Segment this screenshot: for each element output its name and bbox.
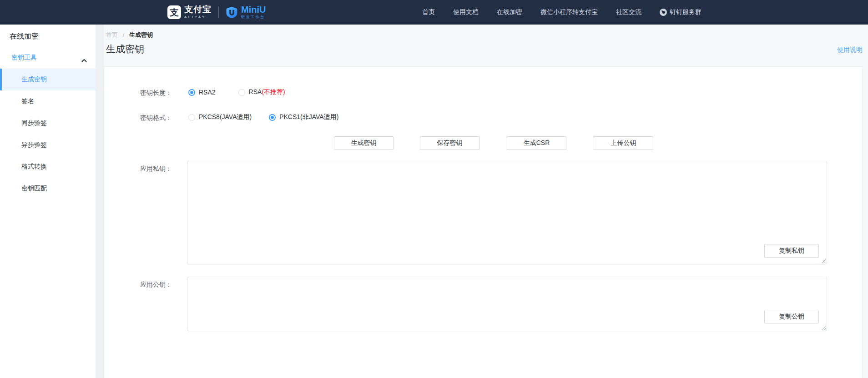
nav-item-online-encrypt[interactable]: 在线加密 (497, 8, 522, 16)
nav-item-wechat-convert-label: 微信小程序转支付宝 (540, 8, 598, 16)
radio-rsa-label: RSA(不推荐) (249, 88, 285, 96)
sidebar-item-generate-key[interactable]: 生成密钥 (0, 69, 96, 90)
public-key-textarea[interactable] (187, 277, 827, 331)
sidebar-item-key-match[interactable]: 密钥匹配 (0, 178, 96, 199)
radio-circle-icon (238, 89, 245, 96)
key-length-radio-group: RSA2 RSA(不推荐) (188, 88, 285, 97)
nav-item-home-label: 首页 (422, 8, 435, 16)
page-title: 生成密钥 (106, 43, 144, 55)
copy-public-key-button[interactable]: 复制公钥 (764, 310, 819, 323)
sidebar-item-label: 生成密钥 (21, 75, 47, 84)
sidebar-item-label: 异步验签 (21, 141, 47, 149)
miniu-name: MiniU (241, 5, 266, 14)
private-key-textarea[interactable] (187, 161, 827, 264)
sidebar-item-async-verify[interactable]: 异步验签 (0, 134, 96, 156)
sidebar-title: 在线加密 (10, 32, 39, 41)
alipay-glyph: 支 (170, 6, 179, 19)
alipay-sub: ALIPAY (184, 15, 212, 20)
radio-pkcs1-label: PKCS1(非JAVA适用) (279, 113, 338, 121)
miniu-wordmark: MiniU 研发工作台 (241, 5, 266, 20)
private-key-label: 应用私钥： (104, 165, 172, 173)
sidebar-item-label: 格式转换 (21, 163, 47, 171)
radio-circle-icon (269, 114, 276, 121)
upload-public-key-button[interactable]: 上传公钥 (594, 136, 653, 150)
nav-item-home[interactable]: 首页 (422, 8, 435, 16)
radio-pkcs1[interactable]: PKCS1(非JAVA适用) (269, 113, 338, 121)
sidebar-item-format-convert[interactable]: 格式转换 (0, 156, 96, 178)
sidebar: 在线加密 密钥工具 生成密钥 签名 同步验签 异步验签 格式转换 密钥匹配 (0, 25, 96, 378)
generate-csr-button[interactable]: 生成CSR (507, 136, 566, 150)
sidebar-item-label: 签名 (21, 97, 34, 105)
private-key-textarea-wrap: 复制私钥 (187, 161, 827, 264)
miniu-shield-icon (226, 6, 238, 19)
dingtalk-icon (660, 9, 667, 16)
nav-item-online-encrypt-label: 在线加密 (497, 8, 522, 16)
radio-rsa[interactable]: RSA(不推荐) (238, 88, 285, 96)
usage-help-link[interactable]: 使用说明 (837, 46, 863, 54)
generate-key-button[interactable]: 生成密钥 (334, 136, 394, 150)
public-key-textarea-wrap: 复制公钥 (187, 277, 827, 331)
miniu-sub: 研发工作台 (241, 15, 266, 20)
copy-private-key-button[interactable]: 复制私钥 (764, 244, 819, 258)
brand-logos: 支 支付宝 ALIPAY MiniU 研发工作台 (167, 0, 266, 25)
sidebar-item-label: 密钥匹配 (21, 184, 47, 193)
radio-rsa-text: RSA (249, 88, 262, 95)
radio-circle-icon (188, 89, 195, 96)
top-nav-menu: 首页 使用文档 在线加密 微信小程序转支付宝 社区交流 钉钉服务群 (422, 0, 701, 25)
sidebar-item-label: 同步验签 (21, 119, 47, 127)
key-format-label: 密钥格式： (104, 114, 172, 122)
sidebar-item-sync-verify[interactable]: 同步验签 (0, 112, 96, 134)
nav-item-dingtalk-group[interactable]: 钉钉服务群 (660, 8, 701, 16)
nav-item-dingtalk-label: 钉钉服务群 (670, 8, 701, 16)
key-format-radio-group: PKCS8(JAVA适用) PKCS1(非JAVA适用) (188, 113, 338, 122)
breadcrumb: 首页 / 生成密钥 (106, 31, 153, 39)
top-navigation-bar: 支 支付宝 ALIPAY MiniU 研发工作台 首页 使用文档 (0, 0, 868, 25)
nav-item-community-label: 社区交流 (616, 8, 641, 16)
key-tool-form-panel: 密钥长度： RSA2 RSA(不推荐) 密钥格式： PKCS8(JAVA适用) … (104, 66, 863, 378)
breadcrumb-separator: / (123, 31, 125, 38)
sidebar-menu: 生成密钥 签名 同步验签 异步验签 格式转换 密钥匹配 (0, 69, 96, 199)
radio-pkcs8-label: PKCS8(JAVA适用) (199, 113, 252, 121)
sidebar-item-sign[interactable]: 签名 (0, 90, 96, 112)
radio-pkcs8[interactable]: PKCS8(JAVA适用) (188, 113, 252, 121)
chevron-up-icon[interactable] (81, 56, 87, 64)
nav-item-community[interactable]: 社区交流 (616, 8, 641, 16)
breadcrumb-current: 生成密钥 (129, 31, 153, 38)
save-key-button[interactable]: 保存密钥 (420, 136, 479, 150)
public-key-label: 应用公钥： (104, 281, 172, 289)
breadcrumb-home[interactable]: 首页 (106, 31, 118, 38)
sidebar-group-key-tools[interactable]: 密钥工具 (11, 54, 37, 62)
nav-item-wechat-convert[interactable]: 微信小程序转支付宝 (540, 8, 598, 16)
radio-rsa2[interactable]: RSA2 (188, 89, 216, 96)
alipay-logo-icon: 支 (167, 5, 181, 19)
nav-item-docs[interactable]: 使用文档 (453, 8, 479, 16)
sidebar-content-divider (96, 25, 104, 378)
radio-rsa2-label: RSA2 (199, 89, 216, 96)
alipay-name: 支付宝 (184, 5, 212, 14)
brand-separator (218, 6, 219, 18)
alipay-wordmark: 支付宝 ALIPAY (184, 5, 212, 20)
nav-item-docs-label: 使用文档 (453, 8, 479, 16)
not-recommended-note: (不推荐) (262, 88, 285, 95)
radio-circle-icon (188, 114, 195, 121)
key-length-label: 密钥长度： (104, 89, 172, 97)
